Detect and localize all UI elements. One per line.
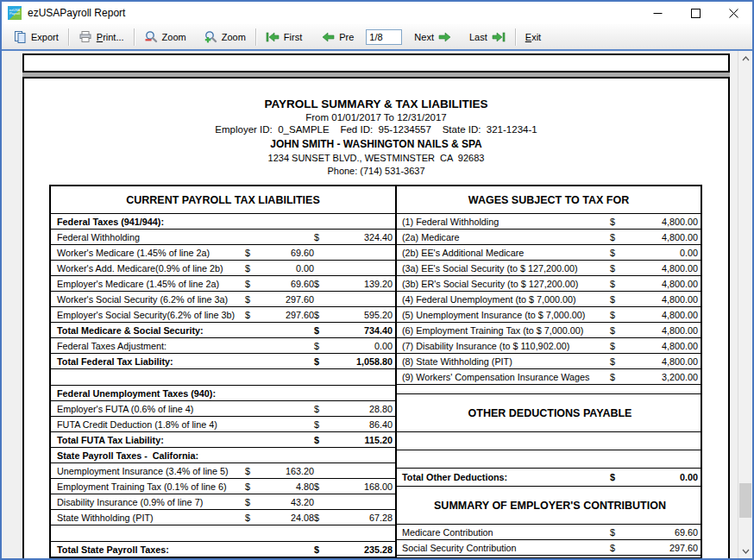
row-value: 115.20 [328, 435, 393, 445]
row-label: Employer's Social Security(6.2% of line … [57, 310, 245, 320]
row-label: Medicare Contribution [402, 527, 610, 538]
row-value: 595.20 [328, 310, 393, 320]
table-row: SUMMARY OF EMPLOYER'S CONTRIBUTION [397, 487, 701, 525]
row-value: $ [610, 279, 624, 289]
row-label: (3a) EE's Social Security (to $ 127,200.… [402, 263, 610, 274]
close-icon [729, 9, 738, 18]
row-label: Federal Taxes Adjustment: [57, 341, 245, 351]
zoom-in-icon [204, 30, 217, 44]
row-value: $ [314, 279, 328, 289]
row-value: 4,800.00 [624, 341, 698, 351]
minimize-button[interactable] [638, 2, 676, 24]
liabilities-table-header: CURRENT PAYROLL TAX LIABILITIES [51, 186, 395, 214]
row-value: $ [245, 279, 259, 289]
maximize-button[interactable] [676, 2, 714, 24]
row-value: $ [314, 435, 328, 445]
next-icon [438, 32, 452, 42]
last-page-button[interactable]: Last [463, 29, 512, 45]
table-row: Federal Taxes (941/944): [51, 214, 395, 230]
wages-table-rows: (1) Federal Withholding$4,800.00(2a) Med… [397, 214, 701, 556]
table-row: (9) Workers' Compensation Insurance Wage… [397, 369, 701, 385]
section-header: OTHER DEDUCTIONS PAYABLE [468, 407, 632, 419]
zoom-in-button[interactable]: Zoom [198, 28, 252, 47]
row-label: Federal Unemployment Taxes (940): [57, 388, 245, 399]
table-row: Employer's Social Security(6.2% of line … [51, 307, 395, 323]
table-row: Unemployment Insurance (3.4% of line 5)$… [51, 463, 395, 479]
maximize-icon [691, 9, 701, 18]
report-period: From 01/01/2017 To 12/31/2017 [24, 112, 728, 123]
toolbar-separator [255, 28, 256, 46]
report-tables: CURRENT PAYROLL TAX LIABILITIES Federal … [49, 185, 702, 558]
table-row: Employment Training Tax (0.1% of line 6)… [51, 479, 395, 494]
table-row: OTHER DEDUCTIONS PAYABLE [397, 394, 701, 432]
table-row: (7) Disability Insurance (to $ 110,902.0… [397, 338, 701, 354]
table-row: Federal Taxes Adjustment:$0.00 [51, 338, 395, 354]
row-value: 1,058.80 [328, 356, 393, 367]
row-value: 3,200.00 [624, 372, 698, 382]
scroll-down-icon [742, 549, 750, 554]
scroll-up-icon [742, 56, 750, 61]
row-value: $ [610, 263, 624, 274]
row-label: Employment Training Tax (0.1% of line 6) [57, 481, 245, 492]
first-page-button[interactable]: First [260, 29, 308, 45]
row-label: Total Federal Tax Liability: [57, 356, 245, 367]
row-value: 235.28 [328, 544, 393, 555]
row-label: Employer's FUTA (0.6% of line 4) [57, 404, 245, 414]
row-label: Federal Taxes (941/944): [57, 217, 245, 227]
table-row: FUTA Credit Deduction (1.8% of line 4)$8… [51, 417, 395, 432]
row-value: 4,800.00 [624, 325, 698, 336]
row-value: $ [245, 466, 259, 476]
row-value: 0.00 [259, 263, 314, 274]
table-row: Federal Unemployment Taxes (940): [51, 386, 395, 401]
row-label: FUTA Credit Deduction (1.8% of line 4) [57, 419, 245, 430]
row-value: 0.00 [624, 472, 698, 482]
table-row: Social Security Contribution$297.60 [397, 540, 701, 556]
previous-page-button[interactable]: Pre [315, 29, 360, 45]
scroll-down-button[interactable] [738, 544, 752, 558]
table-row [51, 369, 395, 386]
print-button[interactable]: Print... [72, 28, 130, 47]
row-label: (3b) ER's Social Security (to $ 127,200.… [402, 279, 610, 289]
exit-button[interactable]: Exit [519, 29, 547, 45]
close-button[interactable] [714, 2, 752, 24]
row-value: 86.40 [328, 419, 393, 430]
title-bar: ezUSAPayroll ezUSAPayroll Report [2, 2, 752, 24]
table-row: Employer's Medicare (1.45% of line 2a)$6… [51, 276, 395, 292]
last-icon [492, 32, 506, 42]
row-value: 734.40 [328, 325, 393, 336]
row-label: (2b) EE's Additional Medicare [402, 248, 610, 258]
row-value: $ [610, 310, 624, 320]
zoom-out-button[interactable]: Zoom [138, 28, 192, 47]
row-value: 4,800.00 [624, 356, 698, 367]
scrollbar-thumb[interactable] [739, 483, 751, 518]
table-row: Total State Payroll Taxes:$235.28 [51, 542, 395, 557]
vertical-scrollbar[interactable] [738, 51, 752, 558]
table-row: Medicare Contribution$69.60 [397, 525, 701, 540]
row-value: $ [245, 310, 259, 320]
row-value: 139.20 [328, 279, 393, 289]
table-row: Employer's FUTA (0.6% of line 4)$28.80 [51, 401, 395, 417]
row-label: Worker's Add. Medicare(0.9% of line 2b) [57, 263, 245, 274]
toolbar-separator [134, 28, 135, 46]
zoom-out-icon [144, 30, 158, 44]
row-label: Worker's Medicare (1.45% of line 2a) [57, 248, 245, 258]
row-value: $ [610, 341, 624, 351]
scroll-up-button[interactable] [738, 51, 752, 66]
row-label: State Payroll Taxes - California: [57, 450, 245, 461]
row-label: (5) Unemployment Insurance (to $ 7,000.0… [402, 310, 610, 320]
row-value: $ [245, 263, 259, 274]
table-row: (5) Unemployment Insurance (to $ 7,000.0… [397, 307, 701, 323]
page-indicator-input[interactable] [366, 29, 402, 45]
table-row: (3b) ER's Social Security (to $ 127,200.… [397, 276, 701, 292]
table-row: Disability Insurance (0.9% of line 7)$43… [51, 494, 395, 510]
liabilities-table-rows: Federal Taxes (941/944):Federal Withhold… [51, 214, 395, 557]
window-controls [638, 2, 752, 24]
row-value: 24.08 [259, 513, 314, 523]
next-page-button[interactable]: Next [408, 29, 458, 45]
export-button[interactable]: Export [7, 28, 65, 47]
row-label: (4) Federal Unemployment (to $ 7,000.00) [402, 294, 610, 305]
row-value: 4,800.00 [624, 263, 698, 274]
toolbar-separator [68, 28, 69, 46]
first-icon [266, 32, 280, 42]
row-value: $ [245, 294, 259, 305]
